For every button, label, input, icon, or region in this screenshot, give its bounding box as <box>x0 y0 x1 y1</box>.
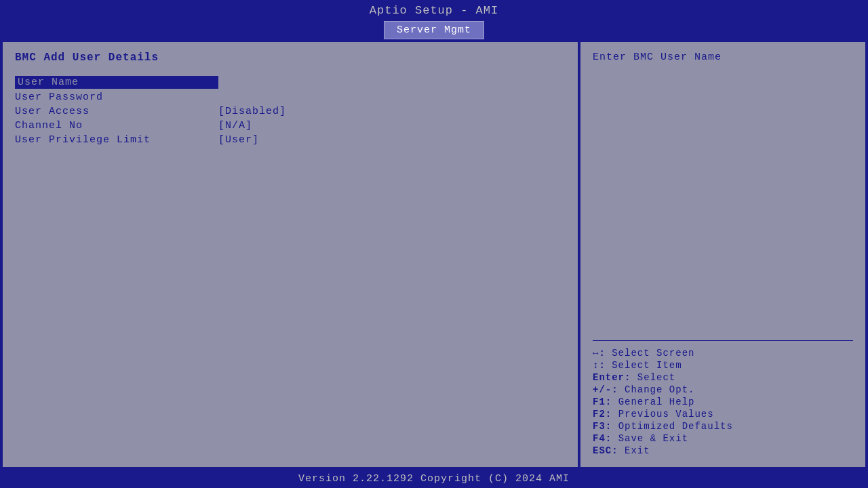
key-enter: Enter: <box>593 372 631 383</box>
user-name-label: User Name <box>15 76 218 89</box>
bottom-bar: Version 2.22.1292 Copyright (C) 2024 AMI <box>0 470 868 488</box>
key-esc-label: Exit <box>625 445 650 456</box>
key-f4: F4: <box>593 433 612 444</box>
key-select-screen: ↔: Select Screen <box>593 348 853 359</box>
key-change-opt: +/-: Change Opt. <box>593 384 853 395</box>
field-user-privilege-limit[interactable]: User Privilege Limit [User] <box>15 134 566 146</box>
key-esc-exit: ESC: Exit <box>593 445 853 456</box>
left-panel-title: BMC Add User Details <box>15 52 566 64</box>
key-general-help-label: General Help <box>618 396 695 407</box>
help-text: Enter BMC User Name <box>593 52 853 63</box>
key-change-opt-label: Change Opt. <box>625 384 694 395</box>
key-select-item-label: Select Item <box>612 360 682 371</box>
channel-no-label: Channel No <box>15 120 218 131</box>
user-access-value: [Disabled] <box>218 106 286 117</box>
key-previous-values-label: Previous Values <box>618 409 714 420</box>
field-user-password[interactable]: User Password <box>15 92 566 103</box>
field-user-name[interactable]: User Name <box>15 76 566 89</box>
user-access-label: User Access <box>15 106 218 117</box>
server-mgmt-tab[interactable]: Server Mgmt <box>384 21 484 39</box>
right-top: Enter BMC User Name <box>593 52 853 340</box>
key-f1: F1: <box>593 396 612 407</box>
key-lr-icon: ↔: <box>593 348 606 359</box>
key-select-item: ↕: Select Item <box>593 360 853 371</box>
key-f2: F2: <box>593 409 612 420</box>
key-select-screen-label: Select Screen <box>612 348 694 359</box>
footer-text: Version 2.22.1292 Copyright (C) 2024 AMI <box>298 473 570 485</box>
field-channel-no[interactable]: Channel No [N/A] <box>15 120 566 131</box>
key-optimized-defaults: F3: Optimized Defaults <box>593 421 853 432</box>
key-enter-label: Select <box>637 372 675 383</box>
left-panel: BMC Add User Details User Name User Pass… <box>3 42 578 467</box>
user-privilege-limit-label: User Privilege Limit <box>15 134 218 146</box>
key-save-exit-label: Save & Exit <box>618 433 688 444</box>
key-optimized-defaults-label: Optimized Defaults <box>618 421 733 432</box>
tab-bar: Server Mgmt <box>384 21 484 39</box>
key-esc: ESC: <box>593 445 618 456</box>
divider <box>593 340 853 341</box>
key-plusminus: +/-: <box>593 384 618 395</box>
main-area: BMC Add User Details User Name User Pass… <box>0 39 868 470</box>
key-save-exit: F4: Save & Exit <box>593 433 853 444</box>
field-user-access[interactable]: User Access [Disabled] <box>15 106 566 117</box>
keybindings: ↔: Select Screen ↕: Select Item Enter: S… <box>593 348 853 458</box>
app-title: Aptio Setup - AMI <box>370 4 498 17</box>
user-privilege-limit-value: [User] <box>218 134 259 146</box>
key-enter-select: Enter: Select <box>593 372 853 383</box>
key-general-help: F1: General Help <box>593 396 853 407</box>
right-panel: Enter BMC User Name ↔: Select Screen ↕: … <box>580 42 865 467</box>
key-ud-icon: ↕: <box>593 360 606 371</box>
key-f3: F3: <box>593 421 612 432</box>
top-bar: Aptio Setup - AMI Server Mgmt <box>0 0 868 39</box>
user-password-label: User Password <box>15 92 218 103</box>
key-previous-values: F2: Previous Values <box>593 409 853 420</box>
channel-no-value: [N/A] <box>218 120 252 131</box>
